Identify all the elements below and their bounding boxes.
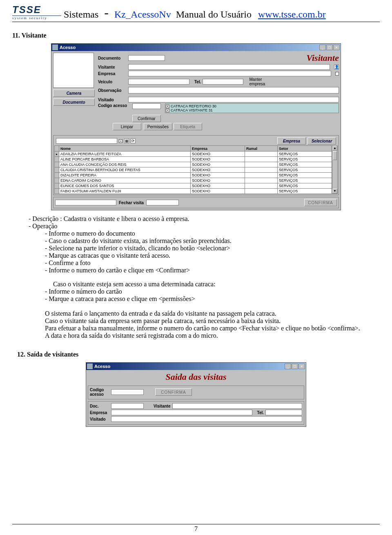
line-op-2: - Caso o cadastro do visitante exista, a…	[29, 237, 363, 245]
visitante-input[interactable]	[128, 64, 330, 70]
maximize-button-2[interactable]: □	[292, 363, 298, 369]
scroll-thumb[interactable]	[333, 151, 337, 160]
filter-input[interactable]	[56, 138, 117, 144]
col-empresa[interactable]: Empresa	[190, 146, 245, 152]
cell-setor: SERVIÇOS	[277, 167, 332, 173]
confirma-footer-button[interactable]: CONFIRMA	[304, 199, 337, 206]
empresa-label: Empresa	[98, 71, 127, 76]
grid-rowhead-corner	[55, 146, 59, 152]
col-ramal[interactable]: Ramal	[245, 146, 277, 152]
empresa-input[interactable]	[128, 71, 331, 76]
minimize-button-2[interactable]: _	[285, 363, 291, 369]
line-descricao: - Descrição : Cadastra o visitante e lib…	[29, 215, 363, 223]
section-12-title: 12. Saída de visitantes	[17, 351, 380, 358]
cell-setor: SERVIÇOS	[277, 189, 332, 194]
cell-setor: SERVIÇOS	[277, 173, 332, 178]
para-case: Caso o visitante esteja sem acesso a uma…	[53, 281, 363, 288]
visitante-label-2: Visitante	[154, 404, 171, 408]
refresh-icon[interactable]: ⟳	[131, 138, 136, 143]
table-row[interactable]: DIZALDITE PEREIRASODEXHOSERVIÇOS	[55, 173, 332, 178]
titlebar[interactable]: Acesso _ □ ×	[51, 44, 341, 51]
documento-button[interactable]: Documento	[53, 98, 95, 106]
cell-setor: SERVIÇOS	[277, 152, 332, 157]
cell-empresa: SODEXHO	[190, 152, 245, 157]
app-icon-2	[87, 363, 93, 369]
observacao-input[interactable]	[128, 87, 339, 94]
line-op-1: - Informe o numero do documento	[29, 230, 363, 237]
codigo-acesso-label: Codigo acesso	[98, 103, 131, 108]
visitado-display	[111, 416, 302, 422]
row-header[interactable]	[55, 178, 59, 183]
visitante-label: Visitante	[98, 65, 127, 69]
close-button-2[interactable]: ×	[298, 363, 305, 369]
acesso-visitante-window: Acesso _ □ × Camera Documento Documento …	[51, 43, 341, 210]
close-button[interactable]: ×	[333, 45, 340, 50]
catraca-item-1: CATRACA VISITANTE 31	[171, 108, 213, 112]
section-11-title: 11. Visitante	[12, 32, 380, 39]
tel-input[interactable]	[203, 79, 243, 85]
codigo-acesso-input-2[interactable]	[111, 389, 144, 395]
visitado-input[interactable]	[128, 97, 339, 103]
row-header[interactable]	[55, 152, 59, 157]
row-header[interactable]	[55, 167, 59, 173]
window-title-2: Acesso	[94, 364, 285, 369]
header-link[interactable]: www.tsse.com.br	[258, 9, 326, 20]
empresa-label-2: Empresa	[90, 410, 109, 415]
line-operacao: - Operação	[29, 223, 363, 230]
confirmar-button[interactable]: Confirmar	[132, 115, 161, 122]
fechar-visita-input[interactable]	[146, 200, 179, 205]
scroll-down-icon[interactable]: ▼	[332, 189, 337, 194]
fechar-visita-label: Fechar visita	[119, 201, 144, 205]
etiqueta-button[interactable]: Etiqueta	[174, 123, 202, 130]
empresa-button[interactable]: Empresa	[277, 137, 306, 145]
manter-empresa-checkbox[interactable]	[335, 72, 339, 76]
confirma-button-2[interactable]: CONFIRMA	[155, 388, 192, 396]
selecionar-button[interactable]: Selecionar	[307, 137, 336, 145]
table-row[interactable]: EUNICE GOMES DOS SANTOSSODEXHOSERVIÇOS	[55, 183, 332, 189]
cell-empresa: SODEXHO	[190, 157, 245, 162]
camera-button[interactable]: Camera	[53, 89, 95, 97]
cell-setor: SERVIÇOS	[277, 183, 332, 189]
row-header[interactable]	[55, 162, 59, 167]
table-row[interactable]: EDNA CARDIM CADINOSODEXHOSERVIÇOS	[55, 178, 332, 183]
row-header[interactable]	[55, 157, 59, 162]
row-header[interactable]	[55, 183, 59, 189]
grid-icon[interactable]: ▦	[124, 138, 129, 143]
col-setor[interactable]: Setor	[277, 146, 332, 152]
empresa-display	[111, 410, 252, 415]
table-row[interactable]: ADAILZIA PEREIRA LEITE FEITOZASODEXHOSER…	[55, 152, 332, 157]
doc-input[interactable]	[111, 403, 144, 409]
row-header[interactable]	[55, 189, 59, 194]
filter-checkbox[interactable]: ×	[119, 139, 122, 143]
table-row[interactable]: CLAUDIA CRISTINA BERTHOLDO DE FREITASSOD…	[55, 167, 332, 173]
codigo-acesso-input[interactable]	[132, 103, 161, 109]
visitados-grid[interactable]: Nome Empresa Ramal Setor ADAILZIA PEREIR…	[54, 145, 332, 194]
visitado-label-2: Visitado	[90, 417, 109, 421]
row-header[interactable]	[55, 173, 59, 178]
manter-empresa-label: Manter empresa	[249, 77, 270, 86]
cell-nome: EDNA CARDIM CADINO	[59, 178, 191, 183]
cell-nome: DIZALDITE PEREIRA	[59, 173, 191, 178]
veiculo-input[interactable]	[128, 79, 189, 85]
table-row[interactable]: FABIO KATSUMI AMSTALDEN FUJIISODEXHOSERV…	[55, 189, 332, 194]
logo: TSSE system security	[12, 4, 61, 20]
documento-input[interactable]	[128, 55, 165, 61]
cell-empresa: SODEXHO	[190, 189, 245, 194]
catraca-check-0[interactable]: X	[166, 105, 169, 108]
cell-ramal	[245, 167, 277, 173]
para-4: Para efetuar a baixa manualmente, inform…	[45, 325, 363, 332]
catraca-check-1[interactable]: X	[166, 109, 169, 112]
table-row[interactable]: ANA CLAUDIA CONCEIÇÃO DOS REISSODEXHOSER…	[55, 162, 332, 167]
maximize-button[interactable]: □	[326, 45, 333, 50]
catracas-listbox[interactable]: XCATRACA REFEITORIO 30 XCATRACA VISITANT…	[165, 103, 339, 113]
minimize-button[interactable]: _	[319, 45, 326, 50]
scroll-up-icon[interactable]: ▲	[332, 146, 337, 151]
para-3: Caso o visitante saia da empresa sem pas…	[45, 317, 363, 325]
footer-input[interactable]	[55, 200, 116, 205]
limpar-button[interactable]: Limpar	[113, 123, 141, 130]
col-nome[interactable]: Nome	[59, 146, 191, 152]
grid-scrollbar[interactable]: ▲ ▼	[332, 145, 338, 194]
table-row[interactable]: ALINE PORCARE BARBOSASODEXHOSERVIÇOS	[55, 157, 332, 162]
titlebar-2[interactable]: Acesso _ □ ×	[86, 363, 306, 370]
permissoes-button[interactable]: Permissões	[144, 123, 172, 130]
